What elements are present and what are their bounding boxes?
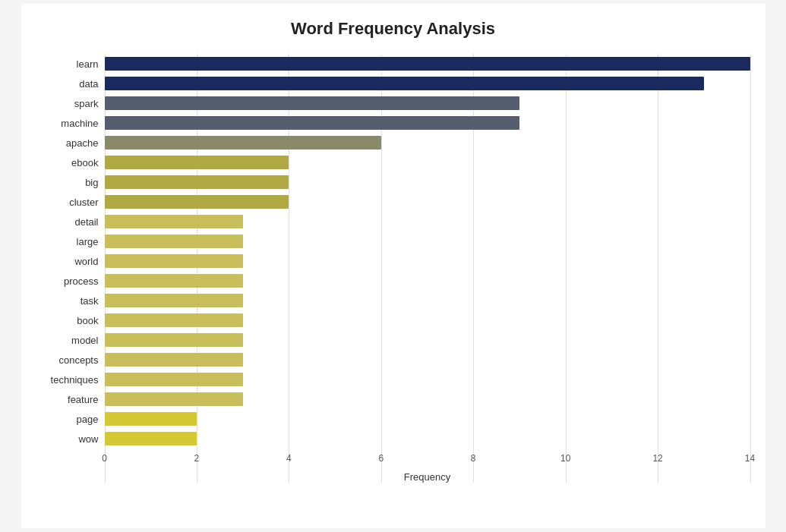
bar-rows xyxy=(105,54,750,449)
bar-row xyxy=(105,192,750,212)
y-label: techniques xyxy=(51,370,99,389)
x-tick: 0 xyxy=(102,453,107,464)
bar-row xyxy=(105,133,750,153)
y-label: cluster xyxy=(69,192,98,212)
x-tick: 2 xyxy=(194,453,200,464)
y-label: machine xyxy=(61,113,98,133)
bar xyxy=(105,274,243,288)
bar-row xyxy=(105,429,750,449)
bar xyxy=(105,195,289,209)
x-tick: 14 xyxy=(745,453,755,464)
bar xyxy=(105,313,243,327)
y-label: task xyxy=(80,291,99,310)
bar xyxy=(105,57,750,71)
bar-row xyxy=(105,153,750,172)
bar-row xyxy=(105,172,750,192)
x-tick: 8 xyxy=(471,453,476,464)
bar-row xyxy=(105,350,750,370)
y-label: learn xyxy=(77,54,99,74)
bar xyxy=(105,156,289,169)
y-labels: learndatasparkmachineapacheebookbigclust… xyxy=(36,54,105,483)
bar-row xyxy=(105,74,750,93)
bars-and-grid: 02468101214 Frequency xyxy=(105,54,750,483)
x-tick: 10 xyxy=(560,453,570,464)
y-label: wow xyxy=(78,429,98,449)
bar xyxy=(105,96,519,110)
bar-row xyxy=(105,113,750,133)
bar xyxy=(105,254,243,268)
bar-row xyxy=(105,291,750,310)
bar xyxy=(105,373,243,386)
x-tick: 6 xyxy=(378,453,384,464)
chart-title: Word Frequency Analysis xyxy=(36,19,750,39)
bar-row xyxy=(105,409,750,429)
grid-line xyxy=(750,54,751,483)
bar-row xyxy=(105,231,750,251)
x-tick: 4 xyxy=(286,453,292,464)
bar-row xyxy=(105,370,750,389)
bar xyxy=(105,77,704,90)
bar xyxy=(105,235,243,248)
bar xyxy=(105,294,243,307)
bar xyxy=(105,175,289,189)
y-label: world xyxy=(74,251,98,271)
bar-row xyxy=(105,93,750,113)
bar xyxy=(105,392,243,406)
bar xyxy=(105,432,197,445)
bar-row xyxy=(105,54,750,74)
x-tick: 12 xyxy=(652,453,662,464)
y-label: page xyxy=(77,409,99,429)
chart-container: Word Frequency Analysis learndatasparkma… xyxy=(21,4,765,528)
bar xyxy=(105,215,243,228)
y-label: model xyxy=(71,330,98,350)
y-label: data xyxy=(79,74,98,93)
y-label: feature xyxy=(68,389,98,409)
y-label: detail xyxy=(74,212,98,231)
bar-row xyxy=(105,251,750,271)
bar xyxy=(105,136,381,150)
bar-row xyxy=(105,330,750,350)
y-label: big xyxy=(85,172,98,192)
y-label: apache xyxy=(66,133,99,153)
bar xyxy=(105,353,243,367)
y-label: spark xyxy=(74,93,99,113)
x-axis-label: Frequency xyxy=(105,471,750,483)
bar-row xyxy=(105,212,750,231)
x-axis: 02468101214 xyxy=(105,453,750,468)
bar xyxy=(105,116,519,130)
y-label: process xyxy=(64,271,99,291)
bar xyxy=(105,412,197,426)
y-label: concepts xyxy=(58,350,98,370)
bar-row xyxy=(105,271,750,291)
y-label: ebook xyxy=(71,153,98,172)
bar-row xyxy=(105,389,750,409)
chart-area: learndatasparkmachineapacheebookbigclust… xyxy=(36,54,750,483)
bar-row xyxy=(105,310,750,330)
y-label: large xyxy=(77,231,99,251)
y-label: book xyxy=(77,310,98,330)
bar xyxy=(105,333,243,347)
